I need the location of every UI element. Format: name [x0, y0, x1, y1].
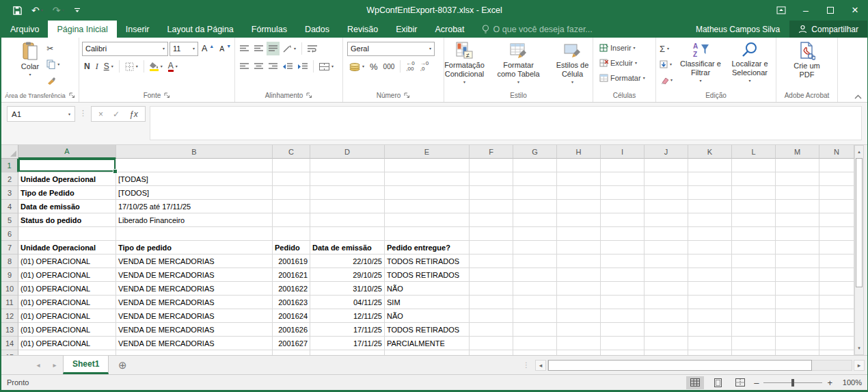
- dialog-launcher-icon[interactable]: [69, 92, 75, 99]
- cell-H1[interactable]: [557, 159, 601, 172]
- cell-F3[interactable]: [470, 186, 513, 200]
- cell-I13[interactable]: [601, 323, 645, 337]
- increase-font-button[interactable]: A▲: [200, 42, 216, 55]
- cell-K13[interactable]: [688, 323, 732, 337]
- cell-B15[interactable]: [116, 350, 273, 355]
- horizontal-scroll-track[interactable]: [547, 360, 852, 371]
- italic-button[interactable]: I: [94, 60, 100, 73]
- cell-G5[interactable]: [513, 213, 557, 227]
- cell-M13[interactable]: [776, 323, 819, 337]
- cell-styles-button[interactable]: Estilos de Célula ▾: [548, 40, 597, 86]
- increase-decimal-button[interactable]: ←0,00: [404, 60, 416, 73]
- row-header-14[interactable]: 14: [1, 337, 18, 350]
- cell-I2[interactable]: [601, 172, 645, 186]
- cell-H11[interactable]: [557, 296, 601, 309]
- col-header-B[interactable]: B: [116, 145, 273, 159]
- tab-inserir[interactable]: Inserir: [117, 21, 159, 38]
- redo-button[interactable]: ↷▾: [49, 1, 68, 19]
- cell-E10[interactable]: NÃO: [385, 282, 470, 296]
- new-sheet-button[interactable]: ⊕: [109, 356, 136, 374]
- cell-A3[interactable]: Tipo de Pedido: [18, 186, 116, 200]
- cell-F14[interactable]: [470, 337, 513, 350]
- row-header-12[interactable]: 12: [1, 309, 18, 323]
- cell-E7[interactable]: Pedido entregue?: [385, 241, 470, 254]
- cancel-entry-button[interactable]: ×: [98, 109, 103, 119]
- tell-me-box[interactable]: O que você deseja fazer...: [474, 21, 601, 38]
- cell-C1[interactable]: [273, 159, 310, 172]
- cell-D6[interactable]: [310, 227, 385, 241]
- insert-cells-button[interactable]: Inserir ▾: [597, 41, 638, 55]
- cell-F8[interactable]: [470, 254, 513, 268]
- cell-H15[interactable]: [557, 350, 601, 355]
- cell-K11[interactable]: [688, 296, 732, 309]
- user-name[interactable]: Matheus Campos Silva: [686, 21, 789, 38]
- share-button[interactable]: Compartilhar: [789, 21, 867, 38]
- cell-A9[interactable]: (01) OPERACIONAL: [18, 268, 116, 282]
- row-header-5[interactable]: 5: [1, 213, 18, 227]
- row-header-9[interactable]: 9: [1, 268, 18, 282]
- cell-G15[interactable]: [513, 350, 557, 355]
- tab-arquivo[interactable]: Arquivo: [1, 21, 48, 38]
- cell-G11[interactable]: [513, 296, 557, 309]
- insert-function-button[interactable]: ƒx: [129, 109, 138, 119]
- cell-F9[interactable]: [470, 268, 513, 282]
- cell-B12[interactable]: VENDA DE MERCADORIAS: [116, 309, 273, 323]
- cell-B3[interactable]: [TODOS]: [116, 186, 273, 200]
- page-break-view-button[interactable]: [731, 376, 749, 389]
- increase-indent-button[interactable]: [296, 60, 310, 73]
- cell-J14[interactable]: [645, 337, 688, 350]
- cell-H2[interactable]: [557, 172, 601, 186]
- sort-filter-button[interactable]: AZ Classificar e Filtrar ▾: [677, 40, 724, 85]
- tab-revisao[interactable]: Revisão: [338, 21, 387, 38]
- cell-J11[interactable]: [645, 296, 688, 309]
- cell-I14[interactable]: [601, 337, 645, 350]
- col-header-C[interactable]: C: [273, 145, 310, 159]
- create-pdf-button[interactable]: Crie um PDF: [788, 40, 826, 81]
- cell-E15[interactable]: [385, 350, 470, 355]
- col-header-M[interactable]: M: [776, 145, 819, 159]
- cell-B6[interactable]: [116, 227, 273, 241]
- row-header-15[interactable]: 15: [1, 350, 18, 355]
- tab-pagina-inicial[interactable]: Página Inicial: [48, 21, 116, 38]
- cell-A5[interactable]: Status do pedido: [18, 213, 116, 227]
- cell-M3[interactable]: [776, 186, 819, 200]
- maximize-button[interactable]: [818, 0, 843, 21]
- decrease-font-button[interactable]: A▼: [217, 42, 233, 55]
- cell-C3[interactable]: [273, 186, 310, 200]
- tab-exibir[interactable]: Exibir: [387, 21, 426, 38]
- cell-B10[interactable]: VENDA DE MERCADORIAS: [116, 282, 273, 296]
- cell-K9[interactable]: [688, 268, 732, 282]
- cell-B8[interactable]: VENDA DE MERCADORIAS: [116, 254, 273, 268]
- cell-F10[interactable]: [470, 282, 513, 296]
- cell-K14[interactable]: [688, 337, 732, 350]
- cell-I7[interactable]: [601, 241, 645, 254]
- cell-H12[interactable]: [557, 309, 601, 323]
- cell-M8[interactable]: [776, 254, 819, 268]
- cell-D9[interactable]: 29/10/25: [310, 268, 385, 282]
- cell-N4[interactable]: [819, 200, 854, 213]
- format-as-table-button[interactable]: Formatar como Tabela ▾: [491, 40, 547, 86]
- cell-A12[interactable]: (01) OPERACIONAL: [18, 309, 116, 323]
- save-icon[interactable]: [10, 1, 25, 19]
- cell-F12[interactable]: [470, 309, 513, 323]
- cell-H8[interactable]: [557, 254, 601, 268]
- align-left-button[interactable]: [238, 60, 251, 73]
- col-header-H[interactable]: H: [557, 145, 601, 159]
- cell-I3[interactable]: [601, 186, 645, 200]
- cell-G14[interactable]: [513, 337, 557, 350]
- cell-D15[interactable]: [310, 350, 385, 355]
- tab-layout-da-pagina[interactable]: Layout da Página: [158, 21, 242, 38]
- zoom-level[interactable]: 100%: [837, 378, 862, 387]
- cell-G2[interactable]: [513, 172, 557, 186]
- cell-E4[interactable]: [385, 200, 470, 213]
- cell-H3[interactable]: [557, 186, 601, 200]
- decrease-indent-button[interactable]: [281, 60, 295, 73]
- cell-I11[interactable]: [601, 296, 645, 309]
- sheet-nav-left-icon[interactable]: ◂: [30, 356, 46, 374]
- col-header-F[interactable]: F: [470, 145, 513, 159]
- cell-D4[interactable]: [310, 200, 385, 213]
- cell-G13[interactable]: [513, 323, 557, 337]
- cut-button[interactable]: ✂: [44, 42, 62, 55]
- row-header-6[interactable]: 6: [1, 227, 18, 241]
- cell-H5[interactable]: [557, 213, 601, 227]
